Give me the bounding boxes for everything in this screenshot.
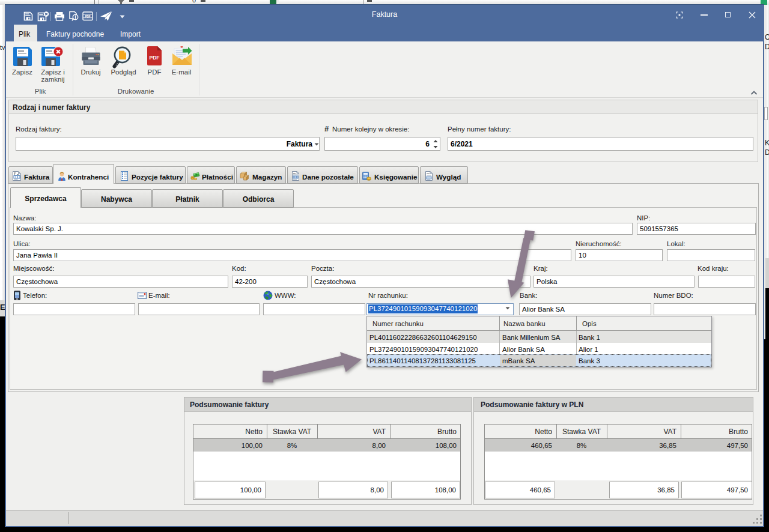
svg-text:PDF: PDF [85, 15, 90, 18]
svg-text:PDF: PDF [150, 55, 160, 61]
